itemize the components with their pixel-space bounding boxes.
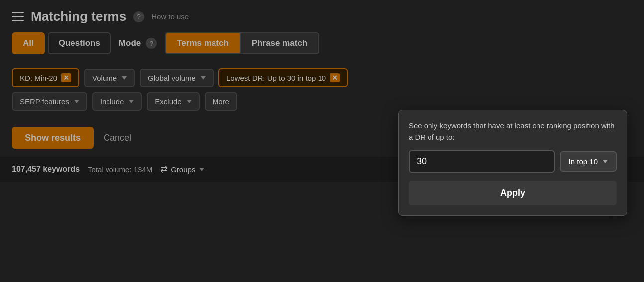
- top-select-chevron-icon: [603, 160, 608, 163]
- lowest-dr-popover: See only keywords that have at least one…: [398, 110, 627, 216]
- top-select[interactable]: In top 10: [560, 151, 617, 172]
- popover-description: See only keywords that have at least one…: [409, 120, 617, 142]
- popover-input-row: In top 10: [409, 150, 617, 173]
- dr-value-input[interactable]: [409, 150, 555, 173]
- apply-button[interactable]: Apply: [409, 181, 617, 205]
